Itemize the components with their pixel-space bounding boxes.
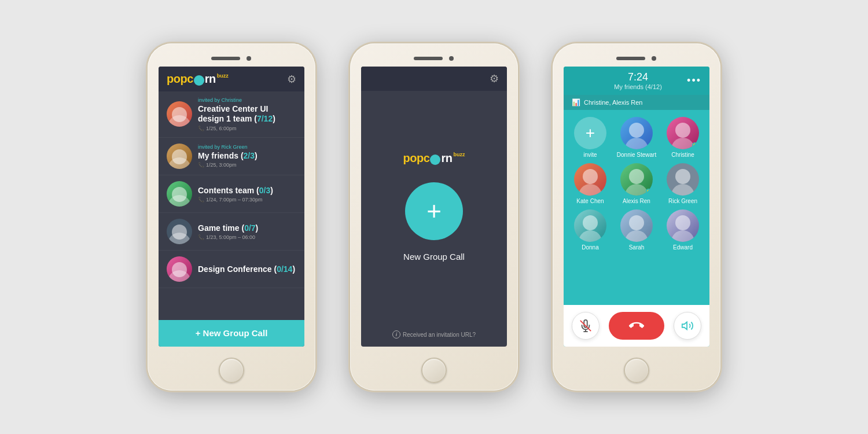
group-info-5: Design Conference (0/14) bbox=[198, 263, 296, 274]
screen2-header: ⚙ bbox=[361, 67, 507, 91]
contact-kate[interactable]: Kate Chen bbox=[569, 163, 611, 205]
contact-donna[interactable]: Donna bbox=[569, 209, 611, 251]
list-item[interactable]: Contents team (0/3) 📞 1/24, 7:00pm – 07:… bbox=[159, 175, 304, 213]
contact-alexis[interactable]: Alexis Ren bbox=[616, 163, 657, 205]
group-time-3: 📞 1/24, 7:00pm – 07:30pm bbox=[198, 197, 296, 203]
contacts-grid: + invite Donnie Stewart bbox=[564, 110, 709, 305]
sarah-name: Sarah bbox=[629, 244, 645, 251]
home-button-2[interactable] bbox=[421, 358, 447, 383]
new-group-call-label: New Group Call bbox=[403, 252, 465, 262]
group-list: invited by Christine Creative Center UI … bbox=[159, 91, 304, 320]
popcorn-ball-icon-1 bbox=[194, 75, 204, 86]
settings-icon-1[interactable]: ⚙ bbox=[287, 73, 296, 86]
donna-avatar bbox=[574, 209, 606, 242]
logo-popc-1: popc bbox=[167, 72, 193, 86]
group-time-4: 📞 1/23, 5:00pm – 06:00 bbox=[198, 234, 296, 240]
alexis-name: Alexis Ren bbox=[623, 198, 650, 205]
group-name-4: Game time (0/7) bbox=[198, 223, 296, 233]
list-item[interactable]: invited by Rick Green My friends (2/3) 📞… bbox=[159, 138, 304, 175]
logo-buzz-2: buzz bbox=[453, 152, 465, 157]
plus-icon: + bbox=[426, 198, 442, 224]
screen2-footer: i Received an invitation URL? bbox=[384, 322, 484, 347]
mute-button[interactable] bbox=[572, 312, 599, 340]
new-group-call-footer[interactable]: + New Group Call bbox=[159, 320, 304, 347]
active-users-bar: 📊 Christine, Alexis Ren bbox=[564, 95, 709, 110]
group-info-1: invited by Christine Creative Center UI … bbox=[198, 97, 296, 131]
invite-plus-icon: + bbox=[586, 124, 595, 142]
avatar-4 bbox=[167, 219, 192, 244]
donnie-name: Donnie Stewart bbox=[617, 152, 656, 159]
home-button-3[interactable] bbox=[624, 358, 649, 383]
list-item[interactable]: Game time (0/7) 📞 1/23, 5:00pm – 06:00 bbox=[159, 213, 304, 251]
group-name-5: Design Conference (0/14) bbox=[198, 264, 296, 274]
phone-3-speaker bbox=[616, 57, 645, 60]
end-call-button[interactable] bbox=[609, 312, 664, 340]
contact-sarah[interactable]: Sarah bbox=[616, 209, 657, 251]
new-group-call-button[interactable]: + New Group Call bbox=[196, 328, 268, 338]
screen3-header: 7:24 My friends (4/12) ••• bbox=[564, 67, 709, 95]
list-item[interactable]: Design Conference (0/14) bbox=[159, 251, 304, 288]
phone-1-screen: popc rn buzz ⚙ invited by Ch bbox=[159, 67, 304, 347]
group-info-4: Game time (0/7) 📞 1/23, 5:00pm – 06:00 bbox=[198, 222, 296, 241]
kate-name: Kate Chen bbox=[576, 198, 604, 205]
group-info-3: Contents team (0/3) 📞 1/24, 7:00pm – 07:… bbox=[198, 185, 296, 203]
screen2-body: popc rn buzz + New Group Call bbox=[361, 91, 507, 322]
call-time: 7:24 bbox=[614, 71, 662, 83]
logo-corn-1: rn bbox=[205, 72, 216, 86]
phone-2-bottom bbox=[421, 350, 447, 391]
screen3: 7:24 My friends (4/12) ••• 📊 Christine, … bbox=[564, 67, 709, 347]
phone-2: ⚙ popc rn buzz + New Group Call i bbox=[350, 43, 518, 391]
home-button-1[interactable] bbox=[219, 358, 244, 383]
avatar-2 bbox=[167, 144, 192, 169]
group-time-2: 📞 1/25, 3:00pm bbox=[198, 162, 296, 168]
new-call-circle[interactable]: + bbox=[405, 182, 463, 240]
call-controls bbox=[564, 305, 709, 347]
info-icon: i bbox=[392, 330, 400, 339]
invited-label-2: invited by Rick Green bbox=[198, 144, 296, 150]
list-item[interactable]: invited by Christine Creative Center UI … bbox=[159, 91, 304, 138]
contact-rick[interactable]: Rick Green bbox=[662, 163, 704, 205]
group-name-3: Contents team (0/3) bbox=[198, 186, 296, 196]
contact-edward[interactable]: Edward bbox=[662, 209, 704, 251]
more-options-button[interactable]: ••• bbox=[687, 75, 701, 87]
call-info: 7:24 My friends (4/12) bbox=[614, 71, 662, 90]
avatar-1 bbox=[167, 101, 192, 127]
svg-marker-3 bbox=[682, 322, 687, 330]
phone-3: 7:24 My friends (4/12) ••• 📊 Christine, … bbox=[553, 43, 720, 391]
speaker-button[interactable] bbox=[674, 312, 701, 340]
phone-2-screen: ⚙ popc rn buzz + New Group Call i bbox=[361, 67, 507, 347]
waveform-icon: 📊 bbox=[572, 98, 580, 106]
group-info-2: invited by Rick Green My friends (2/3) 📞… bbox=[198, 144, 296, 168]
invite-avatar[interactable]: + bbox=[574, 117, 606, 149]
phone-2-top-bar bbox=[350, 43, 518, 67]
logo-popc-2: popc bbox=[403, 152, 430, 165]
alexis-avatar bbox=[620, 163, 653, 196]
phone-1-speaker bbox=[211, 57, 240, 60]
avatar-3 bbox=[167, 181, 192, 207]
phone-1-camera bbox=[247, 56, 251, 61]
avatar-5 bbox=[167, 256, 192, 282]
phone-3-screen: 7:24 My friends (4/12) ••• 📊 Christine, … bbox=[564, 67, 709, 347]
screen1: popc rn buzz ⚙ invited by Ch bbox=[159, 67, 304, 347]
phone-3-top-bar bbox=[553, 43, 720, 67]
donna-name: Donna bbox=[582, 244, 598, 251]
screen1-header: popc rn buzz ⚙ bbox=[159, 67, 304, 91]
christine-avatar bbox=[667, 117, 699, 149]
settings-icon-2[interactable]: ⚙ bbox=[490, 72, 499, 85]
phone-2-camera bbox=[449, 56, 454, 61]
invite-cell[interactable]: + invite bbox=[569, 117, 611, 159]
logo-buzz-1: buzz bbox=[217, 73, 229, 79]
screen2: ⚙ popc rn buzz + New Group Call i bbox=[361, 67, 507, 347]
phone-3-bottom bbox=[624, 350, 649, 391]
call-group-name: My friends (4/12) bbox=[614, 83, 662, 90]
active-users-label: Christine, Alexis Ren bbox=[584, 99, 643, 106]
invitation-url-text[interactable]: Received an invitation URL? bbox=[403, 332, 476, 338]
contact-donnie[interactable]: Donnie Stewart bbox=[616, 117, 657, 159]
contact-christine[interactable]: Christine bbox=[662, 117, 704, 159]
edward-avatar bbox=[667, 209, 699, 242]
online-indicator-christine bbox=[692, 142, 698, 148]
group-time-1: 📞 1/25, 6:00pm bbox=[198, 126, 296, 131]
rick-avatar bbox=[667, 163, 699, 196]
christine-name: Christine bbox=[671, 152, 694, 159]
phone-1-top-bar bbox=[148, 43, 315, 67]
